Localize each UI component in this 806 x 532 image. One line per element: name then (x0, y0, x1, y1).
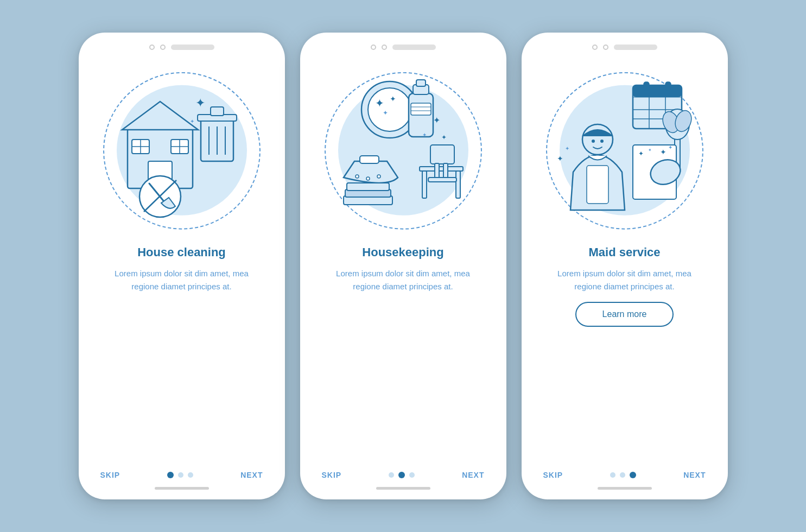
svg-rect-50 (633, 85, 682, 97)
svg-point-38 (377, 175, 380, 178)
dot-2-2 (398, 472, 405, 478)
phone-title-3: Maid service (588, 245, 660, 259)
status-bar-2 (371, 45, 436, 50)
status-dot-1 (149, 45, 155, 50)
next-button-1[interactable]: NEXT (240, 471, 263, 479)
phone-content-3: Maid service Lorem ipsum dolor sit dim a… (543, 245, 706, 479)
svg-rect-56 (644, 82, 649, 91)
dot-2-3 (409, 472, 415, 478)
phone-house-cleaning: ✦ ✦ ✦ (79, 33, 285, 499)
housekeeping-icon: ✦ ✦ ✦ ✦ ✦ ✦ (327, 69, 479, 226)
svg-text:✦: ✦ (441, 134, 447, 141)
phone-content-1: House cleaning Lorem ipsum dolor sit dim… (100, 245, 263, 479)
svg-rect-57 (665, 82, 671, 91)
phone-maid-service: ✦ ✦ ✦ ✦ ✦ ✦ Maid service Lore (522, 33, 728, 499)
svg-text:✦: ✦ (648, 148, 652, 153)
status-dot-2 (160, 45, 166, 50)
svg-rect-28 (416, 80, 426, 86)
skip-button-1[interactable]: SKIP (100, 471, 120, 479)
dot-3-1 (610, 472, 615, 478)
illustration-house-cleaning: ✦ ✦ ✦ (95, 55, 269, 240)
svg-rect-29 (411, 103, 431, 115)
svg-rect-35 (360, 156, 379, 163)
svg-point-64 (600, 140, 604, 143)
phone-description-3: Lorem ipsum dolor sit dim amet, mea regi… (543, 267, 706, 293)
svg-text:✦: ✦ (557, 154, 563, 163)
nav-dots-2 (389, 472, 415, 478)
next-button-2[interactable]: NEXT (462, 471, 484, 479)
status-bar-3 (592, 45, 657, 50)
home-indicator-2 (376, 487, 430, 490)
svg-rect-41 (347, 183, 389, 191)
svg-point-37 (366, 177, 370, 180)
skip-button-2[interactable]: SKIP (322, 471, 342, 479)
status-dot-5 (592, 45, 598, 50)
status-dot-3 (371, 45, 376, 50)
status-dot-4 (382, 45, 387, 50)
maid-service-icon: ✦ ✦ ✦ ✦ ✦ ✦ (549, 69, 701, 226)
svg-rect-14 (211, 107, 224, 116)
dot-1-3 (188, 472, 193, 478)
svg-text:✦: ✦ (433, 116, 440, 125)
svg-text:✦: ✦ (383, 109, 388, 117)
svg-text:✦: ✦ (422, 132, 427, 138)
svg-text:✦: ✦ (638, 150, 644, 157)
phone-nav-3: SKIP NEXT (543, 466, 706, 479)
home-indicator-1 (155, 487, 209, 490)
phone-title-1: House cleaning (137, 245, 226, 259)
illustration-maid-service: ✦ ✦ ✦ ✦ ✦ ✦ (538, 55, 712, 240)
svg-text:✦: ✦ (660, 148, 667, 156)
svg-text:✦: ✦ (195, 96, 205, 110)
svg-text:✦: ✦ (390, 94, 396, 103)
status-dot-6 (603, 45, 608, 50)
status-bar-1 (149, 45, 214, 50)
phone-title-2: Housekeeping (362, 245, 443, 259)
svg-rect-44 (456, 171, 460, 198)
phone-nav-2: SKIP NEXT (322, 466, 485, 479)
illustration-housekeeping: ✦ ✦ ✦ ✦ ✦ ✦ (316, 55, 490, 240)
svg-text:✦: ✦ (565, 145, 569, 151)
dot-2-1 (389, 472, 394, 478)
phone-description-1: Lorem ipsum dolor sit dim amet, mea regi… (100, 267, 263, 293)
svg-rect-42 (420, 167, 463, 171)
skip-button-3[interactable]: SKIP (543, 471, 563, 479)
svg-rect-45 (430, 145, 454, 164)
nav-dots-1 (167, 472, 193, 478)
svg-text:✦: ✦ (190, 118, 194, 124)
status-bar-line-1 (171, 45, 214, 50)
svg-rect-48 (428, 178, 456, 182)
svg-point-62 (582, 124, 613, 155)
dot-1-2 (178, 472, 183, 478)
svg-marker-1 (122, 102, 198, 130)
dot-3-3 (630, 472, 636, 478)
phone-description-2: Lorem ipsum dolor sit dim amet, mea regi… (322, 267, 485, 293)
phone-content-2: Housekeeping Lorem ipsum dolor sit dim a… (322, 245, 485, 479)
learn-more-button[interactable]: Learn more (575, 302, 674, 327)
svg-text:✦: ✦ (375, 97, 384, 109)
dot-3-2 (620, 472, 625, 478)
svg-text:✦: ✦ (668, 144, 672, 150)
status-bar-line-2 (392, 45, 436, 50)
nav-dots-3 (610, 472, 636, 478)
next-button-3[interactable]: NEXT (683, 471, 706, 479)
phones-container: ✦ ✦ ✦ (79, 33, 728, 499)
phone-housekeeping: ✦ ✦ ✦ ✦ ✦ ✦ (300, 33, 506, 499)
svg-rect-65 (587, 166, 608, 204)
svg-point-63 (592, 140, 595, 143)
phone-nav-1: SKIP NEXT (100, 466, 263, 479)
svg-point-36 (356, 175, 359, 178)
svg-rect-43 (422, 171, 427, 198)
dot-1-1 (167, 472, 174, 478)
home-indicator-3 (598, 487, 652, 490)
status-bar-line-3 (614, 45, 657, 50)
house-cleaning-icon: ✦ ✦ ✦ (106, 69, 258, 226)
